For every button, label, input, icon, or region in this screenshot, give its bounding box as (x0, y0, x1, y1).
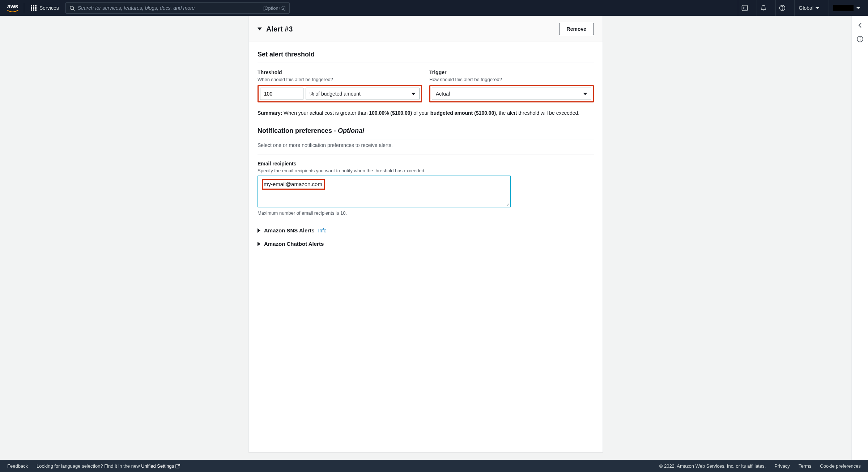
summary-part3: , the alert threshold will be exceeded. (496, 110, 579, 116)
notify-title-main: Notification preferences - (258, 127, 338, 134)
email-value: my-email@amazon.com (264, 181, 322, 187)
email-value-highlight: my-email@amazon.com (262, 179, 325, 190)
footer-lang-prompt: Looking for language selection? Find it … (37, 463, 180, 469)
email-label: Email recipients (258, 161, 594, 167)
account-name-redacted (833, 5, 854, 11)
search-input[interactable] (78, 5, 260, 11)
footer-copyright: © 2022, Amazon Web Services, Inc. or its… (659, 463, 766, 469)
panel-title: Alert #3 (266, 25, 293, 33)
svg-point-0 (70, 6, 73, 9)
cloudshell-icon[interactable] (738, 0, 752, 16)
svg-line-1 (73, 9, 75, 10)
chevron-right-icon (258, 242, 260, 246)
threshold-input[interactable] (260, 88, 303, 100)
notify-section-desc: Select one or more notification preferen… (258, 142, 594, 148)
account-menu[interactable] (829, 0, 864, 16)
trigger-hint: How should this alert be triggered? (429, 77, 594, 82)
chatbot-expander[interactable]: Amazon Chatbot Alerts (258, 237, 594, 250)
sns-expander[interactable]: Amazon SNS Alerts Info (258, 224, 594, 237)
caret-down-icon (856, 7, 860, 9)
remove-button[interactable]: Remove (559, 23, 594, 35)
threshold-unit-select[interactable]: % of budgeted amount (306, 88, 420, 100)
chevron-right-icon (258, 228, 260, 233)
svg-point-5 (782, 9, 783, 10)
cookie-prefs-link[interactable]: Cookie preferences (820, 463, 861, 469)
services-menu[interactable]: Services (29, 3, 60, 13)
info-icon[interactable] (856, 35, 864, 43)
unified-settings-link[interactable]: Unified Settings (141, 463, 180, 469)
trigger-label: Trigger (429, 69, 594, 75)
privacy-link[interactable]: Privacy (774, 463, 790, 469)
threshold-unit-value: % of budgeted amount (310, 91, 361, 97)
threshold-hint: When should this alert be triggered? (258, 77, 422, 82)
trigger-highlight: Actual (429, 85, 594, 102)
external-link-icon (175, 464, 180, 468)
resize-handle-icon[interactable] (506, 202, 509, 206)
notifications-icon[interactable] (757, 0, 770, 16)
summary-prefix: Summary: (258, 110, 282, 116)
services-grid-icon (31, 5, 37, 11)
region-selector[interactable]: Global (794, 0, 824, 16)
aws-logo[interactable]: aws (7, 3, 19, 13)
main-area: Alert #3 Remove Set alert threshold Thre… (0, 16, 868, 460)
sns-label: Amazon SNS Alerts (264, 227, 314, 233)
footer: Feedback Looking for language selection?… (0, 460, 868, 472)
notify-title-optional: Optional (338, 127, 364, 134)
summary-budget: budgeted amount ($100.00) (430, 110, 496, 116)
threshold-section-title: Set alert threshold (258, 51, 594, 63)
text-cursor (322, 181, 322, 188)
email-max-hint: Maximum number of email recipients is 10… (258, 210, 594, 216)
trigger-value: Actual (436, 91, 450, 97)
threshold-summary: Summary: When your actual cost is greate… (258, 109, 594, 117)
services-label: Services (39, 5, 59, 11)
feedback-link[interactable]: Feedback (7, 463, 28, 469)
help-icon[interactable] (775, 0, 789, 16)
threshold-highlight: % of budgeted amount (258, 85, 422, 102)
right-tool-strip (851, 16, 868, 460)
terms-link[interactable]: Terms (799, 463, 811, 469)
caret-down-icon (816, 7, 819, 9)
summary-part2: of your (412, 110, 430, 116)
chatbot-label: Amazon Chatbot Alerts (264, 241, 324, 247)
svg-line-10 (178, 464, 180, 466)
search-icon (69, 5, 75, 11)
threshold-label: Threshold (258, 69, 422, 75)
nav-divider (24, 3, 24, 13)
summary-part1: When your actual cost is greater than (282, 110, 369, 116)
trigger-select[interactable]: Actual (432, 88, 591, 100)
search-kbd-hint: [Option+S] (263, 5, 286, 11)
chevron-down-icon (583, 93, 587, 95)
panel-header: Alert #3 Remove (249, 16, 603, 42)
panel-collapse-icon[interactable] (856, 22, 864, 29)
svg-point-7 (859, 37, 860, 38)
top-nav: aws Services [Option+S] Global (0, 0, 868, 16)
email-hint: Specify the email recipients you want to… (258, 168, 594, 173)
notify-section-title: Notification preferences - Optional (258, 127, 594, 139)
sns-info-link[interactable]: Info (318, 228, 326, 233)
chevron-down-icon (411, 93, 416, 95)
region-label: Global (799, 5, 813, 11)
search-box[interactable]: [Option+S] (65, 2, 290, 14)
summary-pct: 100.00% ($100.00) (369, 110, 412, 116)
alert-panel: Alert #3 Remove Set alert threshold Thre… (248, 16, 603, 452)
collapse-toggle-icon[interactable] (258, 28, 262, 30)
email-recipients-input[interactable]: my-email@amazon.com (258, 176, 511, 207)
